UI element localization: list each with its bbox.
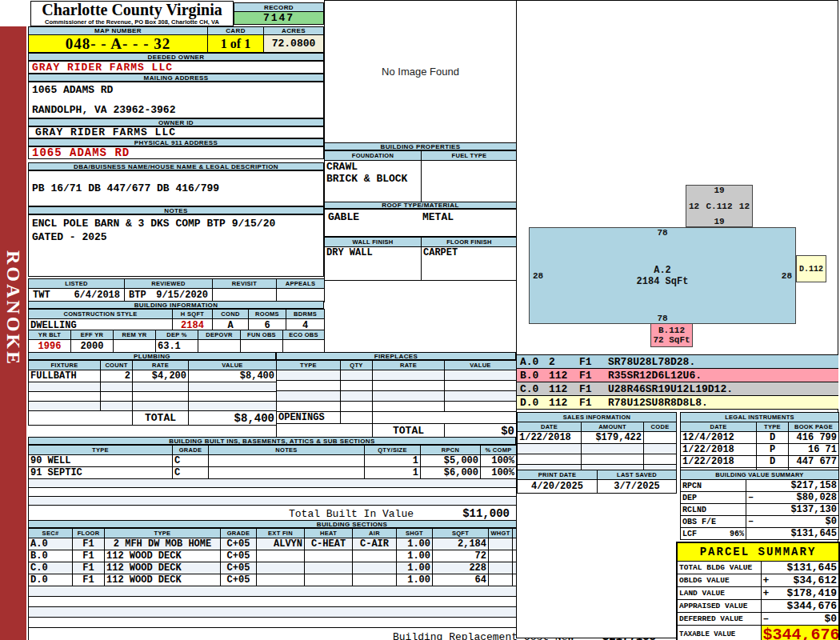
parcel-summary-label: PARCEL SUMMARY (677, 542, 839, 561)
plumbing-table: FIXTURE COUNT RATE VALUE FULLBATH 2 $4,2… (28, 360, 277, 426)
plumbing-total-label: TOTAL (133, 411, 189, 426)
last-saved-label: LAST SAVED (598, 470, 677, 480)
eco-obs-value (283, 340, 325, 353)
built-in-row: 90 WELL C 1 $5,000 100% (29, 455, 517, 467)
sketch-a-bottom-dim: 78 (530, 314, 795, 323)
legal-instrument-row: 1/22/2018 D 447 677 (681, 456, 839, 468)
sales-date-label: DATE (518, 422, 582, 432)
eff-yr-label: EFF YR (71, 330, 114, 340)
li-book-label: BOOK PAGE (789, 422, 839, 432)
county-header: Charlotte County Virginia Commissioner o… (30, 1, 234, 26)
legend-row-b: B.0 112 F1 R35SR12D6L12U6. (517, 369, 838, 382)
notes-line2: GATED - 2025 (32, 230, 320, 244)
bs-grade-label: GRADE (221, 529, 257, 538)
print-info-table: PRINT DATE LAST SAVED 4/20/2025 3/7/2025 (517, 470, 677, 494)
sketch-d-id: D.112 (799, 265, 823, 274)
floor-finish-value: CARPET (422, 247, 518, 281)
sketch-c-bottom-dim: 19 (686, 217, 752, 226)
fp-total-value: $0 (445, 424, 517, 438)
roof-material-value: METAL (422, 211, 454, 223)
commissioner-line: Commissioner of the Revenue, PO Box 308,… (31, 18, 233, 26)
sketch-c-right-dim: 12 (739, 202, 750, 211)
bi-rpcn-label: RPCN (421, 446, 481, 455)
map-number-value: 048- - A- - - 32 (28, 34, 208, 53)
sketch-section-b: B.112 72 SqFt (650, 323, 693, 347)
foundation-line1: CRAWL (326, 161, 419, 173)
sales-table: SALES INFORMATION DATE AMOUNT CODE 1/22/… (517, 412, 677, 475)
bs-sqft-label: SQFT (433, 529, 489, 538)
plumbing-total-value: $8,400 (189, 411, 277, 426)
sketch-a-id: A.2 (637, 265, 689, 276)
region-sidebar: ROANOKE (0, 26, 26, 640)
fp-type-label: TYPE (277, 361, 341, 370)
building-info-style-table: CONSTRUCTION STYLE H SQFT COND ROOMS BDR… (28, 309, 325, 332)
deeded-owner-value: GRAY RIDER FARMS LLC (28, 61, 324, 74)
wall-finish-value: DRY WALL (325, 247, 422, 281)
hsqft-label: H SQFT (173, 310, 213, 319)
yr-blt-value: 1996 (29, 340, 71, 353)
physical-911-label: PHYSICAL 911 ADDRESS (28, 138, 324, 146)
bs-sec-label: SEC# (29, 529, 73, 538)
yr-blt-label: YR BLT (29, 330, 71, 340)
bi-qty-label: QTY/SIZE (365, 446, 421, 455)
plumbing-fixture: FULLBATH (29, 370, 101, 382)
last-saved-value: 3/7/2025 (598, 480, 677, 494)
fp-qty-label: QTY (341, 361, 373, 370)
cond-label: COND (213, 310, 249, 319)
fp-rate-label: RATE (373, 361, 445, 370)
li-type-label: TYPE (757, 422, 789, 432)
plumbing-rate: $4,200 (133, 370, 189, 382)
depovr-value (198, 340, 241, 353)
eff-yr-value: 2000 (71, 340, 114, 353)
mailing-address-label: MAILING ADDRESS (28, 74, 324, 82)
dep-value: 63.1 (156, 340, 198, 353)
appeals-label: APPEALS (277, 279, 325, 289)
county-title: Charlotte County Virginia (31, 2, 233, 18)
sketch-c-top-dim: 19 (686, 186, 752, 195)
legal-instrument-row: 12/4/2012 D 416 799 (681, 432, 839, 444)
sketch-section-a: 78 28 A.2 2184 SqFt 28 78 (529, 227, 796, 324)
sketch-a-left-dim: 28 (533, 271, 543, 281)
acres-value: 72.0800 (263, 34, 324, 53)
sketch-a-area: 2184 SqFt (637, 276, 689, 287)
parcel-summary-row: APPRAISED VALUE $344,676 (677, 599, 839, 612)
foundation-fuel-table: FOUNDATION FUEL TYPE CRAWL BRICK & BLOCK (324, 150, 518, 205)
taxable-value-label: TAXABLE VALUE (677, 625, 761, 640)
deeded-owner-label: DEEDED OWNER (28, 53, 324, 61)
rooms-label: ROOMS (249, 310, 286, 319)
reviewed-date: 9/15/2020 (156, 290, 208, 301)
parcel-summary-row: LAND VALUE +$178,419 (677, 586, 839, 599)
sales-code-label: CODE (644, 422, 677, 432)
legal-instruments-table: LEGAL INSTRUMENTS DATE TYPE BOOK PAGE 12… (680, 412, 839, 478)
bs-whgt-label: WHGT (489, 529, 513, 538)
sales-label: SALES INFORMATION (518, 413, 677, 422)
plumbing-row: FULLBATH 2 $4,200 $8,400 (29, 370, 277, 382)
bs-heat-label: HEAT (305, 529, 353, 538)
bi-notes-label: NOTES (209, 446, 365, 455)
legal-instrument-row: 1/22/2018 P 16 71 (681, 444, 839, 456)
plumbing-count: 2 (101, 370, 133, 382)
bi-comp-label: % COMP (481, 446, 517, 455)
appeals-value (277, 289, 325, 302)
value-summary-label: BUILDING VALUE SUMMARY (681, 470, 839, 480)
built-ins-total-label: Total Built In Value (289, 508, 414, 520)
parcel-summary-row: OBLDG VALUE +$34,612 (677, 574, 839, 586)
revisit-value (213, 289, 277, 302)
owner-id-label: OWNER ID (28, 118, 324, 126)
built-ins-table: TYPE GRADE NOTES QTY/SIZE RPCN % COMP 90… (28, 445, 517, 522)
fuel-label: FUEL TYPE (422, 151, 518, 161)
rem-yr-label: REM YR (114, 330, 156, 340)
sketch-legend: A.0 2 F1 SR78U28L78D28. B.0 112 F1 R35SR… (517, 354, 838, 410)
legend-row-a: A.0 2 F1 SR78U28L78D28. (517, 355, 838, 369)
bs-shgt-label: SHGT (397, 529, 433, 538)
count-label: COUNT (101, 361, 133, 370)
plumbing-value: $8,400 (189, 370, 277, 382)
construction-style-label: CONSTRUCTION STYLE (29, 310, 173, 319)
notes-line1: ENCL POLE BARN & 3 DKS COMP BTP 9/15/20 (32, 217, 320, 230)
building-properties-label: BUILDING PROPERTIES (324, 142, 517, 150)
floor-finish-label: FLOOR FINISH (422, 238, 518, 247)
building-info-year-table: YR BLT EFF YR REM YR DEP % DEPOVR FUN OB… (28, 330, 325, 353)
listed-date: 6/4/2018 (74, 290, 120, 301)
bs-type-label: TYPE (105, 529, 221, 538)
value-summary-table: BUILDING VALUE SUMMARY RPCN $217,158 DEP… (680, 470, 839, 540)
